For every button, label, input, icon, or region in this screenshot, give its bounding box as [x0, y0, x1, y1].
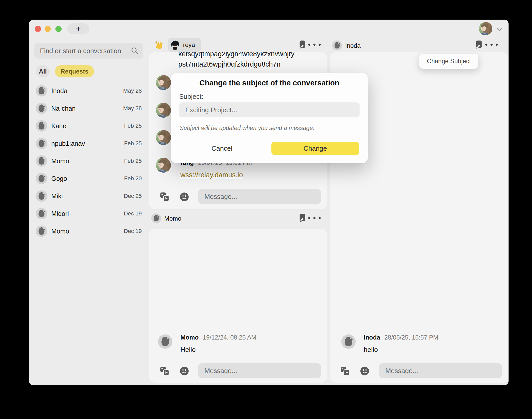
- message-text: Hello: [180, 346, 196, 354]
- message-composer[interactable]: [198, 189, 321, 204]
- change-subject-tooltip: Change Subject: [419, 54, 478, 69]
- conversation-name: Gogo: [51, 175, 67, 182]
- dialog-title: Change the subject of the conversation: [171, 79, 368, 87]
- sender-avatar: [156, 103, 171, 118]
- conversation-list-item[interactable]: Momo Dec 19: [34, 222, 143, 240]
- conversation-name: Momo: [51, 157, 69, 165]
- message-header: Momo 19/12/24, 08:25 AM: [180, 334, 256, 341]
- conversation-list: Inoda May 28 Na-chan May 28 Kane Feb 25 …: [34, 82, 143, 240]
- npub-line-clipped: ketsqyqtmpag2lygn4wfe8ykzxnvwnjry: [178, 52, 323, 59]
- change-subject-icon[interactable]: [476, 40, 483, 50]
- chevron-down-icon[interactable]: [496, 27, 503, 31]
- account-avatar[interactable]: [479, 22, 492, 35]
- message-sender: Momo: [180, 334, 199, 341]
- chat-menu-icon[interactable]: [308, 43, 321, 46]
- conversation-list-item[interactable]: Na-chan May 28: [34, 100, 143, 117]
- conversation-list-item[interactable]: Miki Dec 25: [34, 187, 143, 205]
- npub-message: ketsqyqtmpag2lygn4wfe8ykzxnvwnjry pst7mt…: [178, 52, 323, 69]
- chat-menu-icon[interactable]: [485, 43, 498, 46]
- attach-media-icon[interactable]: [160, 366, 170, 376]
- message-composer[interactable]: [198, 363, 321, 378]
- conversation-date: Dec 19: [124, 210, 142, 217]
- message-input[interactable]: [198, 193, 321, 201]
- conversation-date: Dec 19: [124, 228, 142, 235]
- attach-media-icon[interactable]: [340, 366, 350, 376]
- conversation-date: Feb 25: [124, 158, 142, 164]
- user-avatar-image: [479, 22, 492, 35]
- subject-label: Subject:: [179, 93, 203, 101]
- default-bird-avatar-icon: [36, 208, 47, 219]
- default-bird-avatar-icon: [36, 155, 47, 167]
- search-icon: [131, 47, 139, 55]
- sender-avatar: [158, 334, 172, 349]
- wave-emoji-icon: [155, 41, 164, 49]
- conversation-date: Dec 25: [124, 193, 142, 199]
- close-window-button[interactable]: [35, 26, 41, 32]
- message-composer[interactable]: [379, 363, 502, 378]
- search-input[interactable]: [34, 47, 131, 55]
- conversation-name: npub1:anav: [51, 140, 85, 147]
- emoji-picker-icon[interactable]: [360, 366, 369, 376]
- conversation-list-item[interactable]: Kane Feb 25: [34, 117, 143, 135]
- emoji-picker-icon[interactable]: [180, 366, 189, 376]
- conversation-date: May 28: [123, 87, 142, 94]
- filter-all-chip[interactable]: All: [36, 65, 50, 77]
- app-window: + All Requests Inoda May 28 Na-chan May …: [29, 20, 509, 385]
- conversation-list-item[interactable]: Midori Dec 19: [34, 205, 143, 222]
- filter-requests-chip[interactable]: Requests: [55, 65, 94, 77]
- conversation-name: Na-chan: [51, 105, 76, 112]
- chat-title-momo[interactable]: Momo: [164, 215, 181, 222]
- default-bird-avatar-icon: [36, 138, 47, 149]
- default-bird-avatar-icon: [36, 225, 47, 237]
- message-input[interactable]: [198, 367, 321, 375]
- message-timestamp: 19/12/24, 08:25 AM: [203, 334, 256, 341]
- search-conversation-box[interactable]: [34, 43, 143, 59]
- conversation-date: Feb 25: [124, 140, 142, 147]
- cancel-button[interactable]: Cancel: [208, 142, 236, 155]
- subject-field-wrap: [179, 102, 360, 117]
- sender-avatar: [156, 75, 171, 90]
- emoji-picker-icon[interactable]: [180, 192, 189, 202]
- new-conversation-button[interactable]: +: [67, 23, 89, 34]
- conversation-list-item[interactable]: Gogo Feb 20: [34, 170, 143, 187]
- message-timestamp: 28/05/25, 15:57 PM: [384, 334, 438, 341]
- message-text: hello: [364, 346, 378, 354]
- conversation-name: Inoda: [51, 87, 68, 95]
- attach-media-icon[interactable]: [160, 192, 170, 202]
- conversation-name: Momo: [51, 228, 69, 235]
- conversation-name: Miki: [51, 192, 63, 200]
- message-input[interactable]: [379, 367, 502, 375]
- message-sender: Inoda: [364, 334, 380, 341]
- change-subject-icon[interactable]: [299, 40, 307, 50]
- relay-link[interactable]: wss://relay.damus.io: [180, 171, 243, 179]
- reya-avatar: [170, 40, 180, 50]
- chat-title-label: reya: [183, 41, 195, 49]
- conversation-list-item[interactable]: npub1:anav Feb 25: [34, 135, 143, 152]
- change-subject-dialog: Change the subject of the conversation S…: [171, 73, 368, 163]
- default-bird-avatar-icon: [36, 85, 47, 96]
- conversation-date: Feb 20: [124, 175, 142, 182]
- momo-avatar: [151, 213, 161, 223]
- chat-title-reya[interactable]: reya: [168, 38, 201, 52]
- subject-input[interactable]: [179, 106, 360, 114]
- inoda-avatar: [332, 41, 342, 50]
- conversation-date: May 28: [123, 105, 142, 112]
- chat-menu-icon[interactable]: [308, 217, 321, 219]
- change-button[interactable]: Change: [271, 142, 359, 155]
- conversation-date: Feb 25: [124, 123, 142, 129]
- default-bird-avatar-icon: [36, 103, 47, 114]
- default-bird-avatar-icon: [36, 120, 47, 132]
- sender-avatar: [156, 158, 171, 173]
- chat-panel-momo: Momo 19/12/24, 08:25 AM Hello: [149, 229, 327, 383]
- conversation-name: Midori: [51, 210, 69, 217]
- default-bird-avatar-icon: [36, 190, 47, 202]
- conversation-list-item[interactable]: Momo Feb 25: [34, 152, 143, 170]
- zoom-window-button[interactable]: [55, 26, 62, 32]
- npub-line: pst7mta2t6wpjh0qfzkdrdgu8ch7n: [178, 59, 323, 69]
- chat-title-inoda[interactable]: Inoda: [345, 42, 361, 49]
- conversation-list-item[interactable]: Inoda May 28: [34, 82, 143, 100]
- change-subject-icon[interactable]: [299, 213, 307, 223]
- minimize-window-button[interactable]: [45, 26, 51, 32]
- default-bird-avatar-icon: [36, 173, 47, 184]
- desktop: + All Requests Inoda May 28 Na-chan May …: [0, 0, 532, 419]
